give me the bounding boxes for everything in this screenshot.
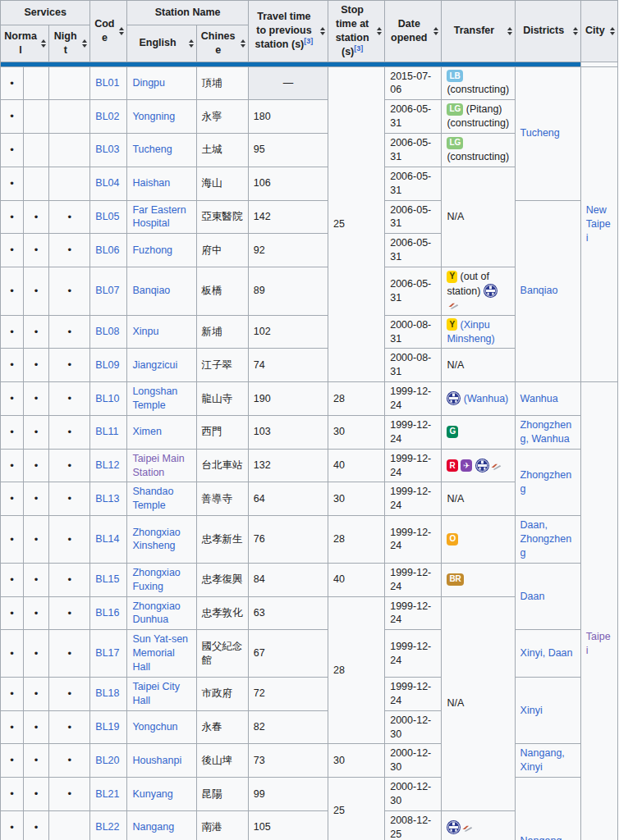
station-code-link[interactable]: BL15 [95,573,119,585]
service-normal-2-cell: • [24,200,49,234]
transfer-cell: (Wanhua) [442,382,515,416]
header-stop-time[interactable]: Stop time at station (s)[3] [328,1,385,62]
header-travel-time[interactable]: Travel time to previous station (s)[3] [248,1,328,62]
station-code-link[interactable]: BL20 [95,755,119,766]
sort-icon[interactable] [119,27,124,35]
date-cell: 1999-12-24 [385,596,442,630]
station-code-link[interactable]: BL12 [95,459,119,471]
station-code-link[interactable]: BL11 [95,426,118,437]
station-code-link[interactable]: BL04 [95,177,119,189]
station-code-link[interactable]: BL10 [95,393,119,404]
station-name-link[interactable]: Houshanpi [132,755,181,766]
sort-icon[interactable] [610,27,615,35]
station-name-link[interactable]: Taipei Main Station [132,453,184,478]
station-code-link[interactable]: BL14 [95,533,119,545]
station-name-link[interactable]: Fuzhong [132,244,172,256]
district-link[interactable]: Wanhua [520,393,558,404]
header-night[interactable]: Night [49,25,90,62]
station-name-link[interactable]: Sun Yat-sen Memorial Hall [132,633,188,673]
district-link[interactable]: Daan, Zhongzheng [520,519,572,559]
sort-icon[interactable] [507,27,512,35]
code-cell: BL02 [90,100,127,134]
sort-icon[interactable] [241,39,245,48]
station-name-link[interactable]: Haishan [132,177,170,189]
service-normal-1-cell: • [1,482,24,516]
station-code-link[interactable]: BL02 [95,111,119,122]
sort-icon[interactable] [189,39,194,48]
travel-time-cell: 106 [248,167,328,200]
district-link[interactable]: Nangang [520,835,562,840]
transfer-station-link[interactable]: (Wanhua) [464,393,508,404]
footnote-ref-3[interactable]: [3] [354,43,363,52]
district-link[interactable]: Nangang, Xinyi [520,747,565,773]
station-code-link[interactable]: BL18 [95,687,119,699]
station-name-link[interactable]: Kunyang [132,788,172,800]
transfer-cell: LG (Pitang) (constructing) [442,100,515,134]
service-night-cell: • [49,630,90,678]
district-link[interactable]: Zhongzheng, Wanhua [520,419,572,445]
header-districts[interactable]: Districts [515,1,580,62]
station-name-link[interactable]: Yongning [132,111,175,122]
header-label: Code [94,18,114,43]
header-chinese[interactable]: Chinese [196,25,248,62]
sort-icon[interactable] [433,27,438,35]
station-code-link[interactable]: BL07 [95,285,119,296]
station-name-link[interactable]: Xinpu [132,326,158,337]
station-name-link[interactable]: Dingpu [132,77,165,89]
station-name-link[interactable]: Yongchun [132,721,177,733]
sort-icon[interactable] [377,27,382,35]
station-name-link[interactable]: Nangang [132,821,174,833]
sort-icon[interactable] [573,27,578,35]
district-link[interactable]: Xinyi, Daan [520,647,573,659]
city-link[interactable]: New Taipei [586,204,611,244]
header-transfer[interactable]: Transfer [442,1,515,62]
station-code-link[interactable]: BL19 [95,721,119,733]
header-date-opened[interactable]: Date opened [385,1,442,62]
header-code[interactable]: Code [90,1,127,62]
station-code-link[interactable]: BL03 [95,144,119,155]
header-english[interactable]: English [127,25,196,62]
station-name-link[interactable]: Zhongxiao Xinsheng [132,527,180,552]
station-name-link[interactable]: Jiangzicui [132,359,177,371]
station-name-link[interactable]: Tucheng [132,144,172,155]
station-code-link[interactable]: BL09 [95,359,119,371]
station-code-link[interactable]: BL17 [95,647,119,659]
station-name-link[interactable]: Zhongxiao Dunhua [132,600,180,626]
station-name-link[interactable]: Shandao Temple [132,486,173,511]
header-city[interactable]: City [580,1,617,62]
stop-time-cell: 30 [328,482,385,516]
district-link[interactable]: Tucheng [520,127,560,139]
station-name-link[interactable]: Ximen [132,426,161,437]
sort-icon[interactable] [320,27,325,35]
transfer-cell: N/A [442,596,515,810]
district-link[interactable]: Zhongzheng [520,469,572,495]
station-code-link[interactable]: BL05 [95,211,119,222]
station-code-link[interactable]: BL08 [95,326,119,337]
service-normal-1-cell: • [1,267,24,316]
district-link[interactable]: Xinyi [520,705,543,716]
district-link[interactable]: Daan [520,591,545,602]
station-name-link[interactable]: Banqiao [132,285,170,296]
city-link[interactable]: Taipei [586,631,611,656]
station-code-link[interactable]: BL06 [95,244,119,256]
district-link[interactable]: Banqiao [520,285,558,296]
station-name-link[interactable]: Far Eastern Hospital [132,204,186,230]
station-code-link[interactable]: BL01 [95,77,119,89]
service-normal-2-cell: • [24,810,49,840]
station-code-link[interactable]: BL16 [95,607,119,619]
station-name-link[interactable]: Taipei City Hall [132,681,180,706]
station-code-link[interactable]: BL13 [95,493,119,504]
header-normal[interactable]: Normal [1,25,49,62]
station-name-link[interactable]: Longshan Temple [132,386,177,411]
station-code-link[interactable]: BL22 [95,821,119,833]
sort-icon[interactable] [41,39,46,48]
brown-line-badge: BR [447,573,463,586]
station-name-link[interactable]: Zhongxiao Fuxing [132,567,180,592]
code-cell: BL20 [90,744,127,778]
chinese-cell: 板橋 [196,267,248,316]
footnote-ref-3[interactable]: [3] [304,37,313,45]
sort-icon[interactable] [82,39,87,48]
red-line-badge: R [447,459,457,472]
travel-time-cell: 103 [248,415,328,449]
station-code-link[interactable]: BL21 [95,788,119,800]
